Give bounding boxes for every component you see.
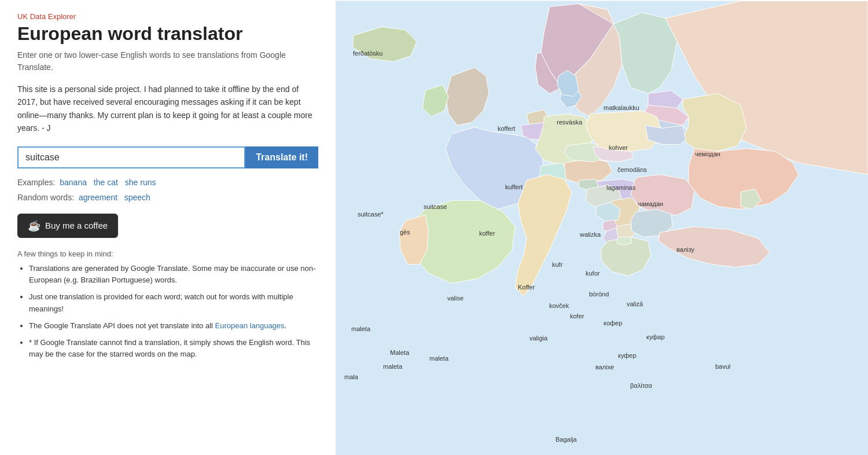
notes-list: Translations are generated by Google Tra… <box>17 263 318 361</box>
description: This site is a personal side project. I … <box>17 83 318 135</box>
subtitle: Enter one or two lower-case English word… <box>17 49 318 74</box>
note-item-3: The Google Translate API does not yet tr… <box>29 320 318 332</box>
european-languages-link[interactable]: European languages <box>215 321 285 330</box>
note-item-1: Translations are generated by Google Tra… <box>29 263 318 287</box>
notes-section: A few things to keep in mind: Translatio… <box>17 249 318 361</box>
coffee-icon: ☕ <box>28 219 41 232</box>
coffee-button-label: Buy me a coffee <box>45 221 108 230</box>
notes-heading: A few things to keep in mind: <box>17 249 318 258</box>
examples-row: Examples: banana the cat she runs <box>17 178 318 187</box>
map-panel: ferðatösku matkalaukku resväska koffert … <box>336 0 868 455</box>
word-input[interactable] <box>17 146 245 168</box>
note-item-4: * If Google Translate cannot find a tran… <box>29 337 318 361</box>
left-panel: UK Data Explorer European word translato… <box>0 0 336 455</box>
note-item-2: Just one translation is provided for eac… <box>29 291 318 315</box>
random-agreement[interactable]: agreement <box>79 193 117 202</box>
random-speech[interactable]: speech <box>124 193 150 202</box>
random-row: Random words: agreement speech <box>17 193 318 202</box>
europe-map: ferðatösku matkalaukku resväska koffert … <box>336 0 868 455</box>
translate-button[interactable]: Translate it! <box>245 146 318 168</box>
page-title: European word translator <box>17 23 318 45</box>
random-label: Random words: <box>17 193 74 202</box>
example-the-cat[interactable]: the cat <box>94 178 118 187</box>
coffee-button[interactable]: ☕ Buy me a coffee <box>17 214 118 238</box>
example-she-runs[interactable]: she runs <box>125 178 156 187</box>
input-row: Translate it! <box>17 146 318 168</box>
example-banana[interactable]: banana <box>60 178 87 187</box>
examples-label: Examples: <box>17 178 55 187</box>
site-link[interactable]: UK Data Explorer <box>17 12 76 21</box>
